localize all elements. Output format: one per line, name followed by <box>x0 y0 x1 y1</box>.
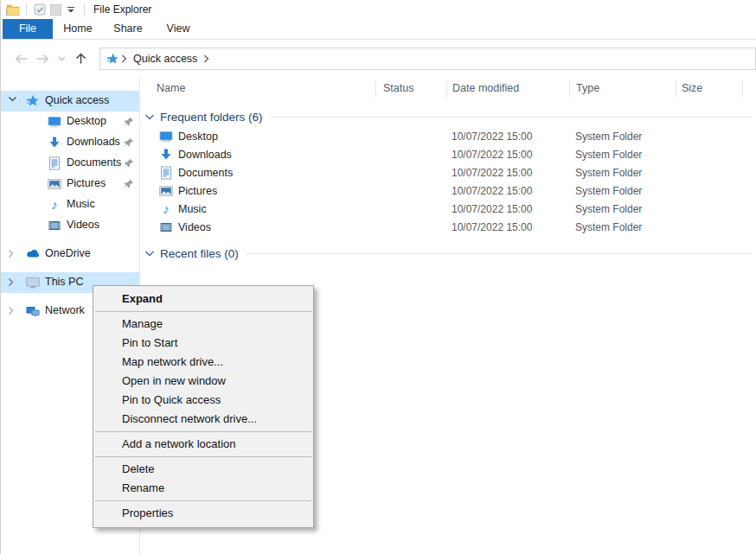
up-icon[interactable] <box>68 52 93 65</box>
column-header-name[interactable]: Name <box>157 82 185 94</box>
context-menu-item-rename[interactable]: Rename <box>93 479 313 498</box>
file-name: Music <box>178 203 207 215</box>
back-icon[interactable] <box>10 53 32 65</box>
group-header-frequent-folders[interactable]: Frequent folders (6) <box>144 109 753 124</box>
file-row-music[interactable]: ♪ Music 10/07/2022 15:00 System Folder <box>140 201 756 219</box>
sidebar-item-label: OneDrive <box>45 247 91 259</box>
tab-file[interactable]: File <box>3 19 53 39</box>
this-pc-monitor-icon <box>26 276 40 290</box>
sidebar-item-music[interactable]: ♪ Music <box>1 194 139 215</box>
file-name: Videos <box>178 221 211 233</box>
pin-icon <box>124 179 134 189</box>
blank-icon[interactable] <box>48 2 63 17</box>
tab-view[interactable]: View <box>153 19 203 39</box>
context-menu-item-pin-to-quick-access[interactable]: Pin to Quick access <box>93 391 313 410</box>
sidebar-item-label: Pictures <box>67 177 106 189</box>
column-divider[interactable] <box>742 81 743 97</box>
column-divider[interactable] <box>375 81 376 97</box>
documents-icon <box>159 166 173 180</box>
tab-share[interactable]: Share <box>103 19 153 39</box>
context-menu-item-open-in-new-window[interactable]: Open in new window <box>93 372 313 391</box>
properties-check-icon[interactable] <box>32 2 48 17</box>
music-note-icon: ♪ <box>48 198 61 212</box>
music-note-icon: ♪ <box>159 202 173 216</box>
ribbon-tab-bar: File Home Share View <box>1 19 756 40</box>
file-row-downloads[interactable]: Downloads 10/07/2022 15:00 System Folder <box>140 146 756 164</box>
file-date-modified: 10/07/2022 15:00 <box>452 149 532 161</box>
column-divider[interactable] <box>446 81 447 97</box>
column-header-status[interactable]: Status <box>383 82 413 94</box>
chevron-right-icon[interactable] <box>8 249 15 258</box>
desktop-icon <box>48 115 61 129</box>
file-name: Downloads <box>178 149 232 161</box>
file-type: System Folder <box>575 203 642 215</box>
breadcrumb-chevron-icon[interactable] <box>203 54 209 63</box>
pin-icon <box>124 117 134 127</box>
chevron-right-icon[interactable] <box>8 306 15 315</box>
quick-access-star-icon <box>106 53 119 65</box>
file-name: Desktop <box>178 131 218 143</box>
file-explorer-icon[interactable] <box>5 2 21 17</box>
file-type: System Folder <box>575 167 642 179</box>
window-title: File Explorer <box>93 3 151 16</box>
sidebar-item-pictures[interactable]: Pictures <box>1 174 139 194</box>
file-type: System Folder <box>575 149 642 161</box>
group-header-recent-files[interactable]: Recent files (0) <box>144 245 753 261</box>
sidebar-item-desktop[interactable]: Desktop <box>1 111 139 132</box>
column-header-size[interactable]: Size <box>682 82 702 94</box>
breadcrumb-location[interactable]: Quick access <box>133 53 197 65</box>
sidebar-item-videos[interactable]: Videos <box>1 215 139 236</box>
group-title: Frequent folders (6) <box>160 111 263 124</box>
column-divider[interactable] <box>676 81 676 97</box>
file-date-modified: 10/07/2022 15:00 <box>452 203 532 215</box>
context-menu-item-delete[interactable]: Delete <box>93 460 313 479</box>
column-divider[interactable] <box>569 81 570 97</box>
chevron-down-icon[interactable] <box>144 250 155 258</box>
sidebar-item-label: Desktop <box>67 115 106 127</box>
context-menu-item-properties[interactable]: Properties <box>93 504 313 523</box>
chevron-down-icon[interactable] <box>8 96 17 103</box>
context-menu-item-manage[interactable]: Manage <box>93 315 313 334</box>
menu-separator <box>95 431 311 432</box>
group-rule <box>270 117 753 118</box>
breadcrumb-chevron-icon[interactable] <box>121 54 127 63</box>
sidebar-item-label: Network <box>45 304 85 316</box>
file-explorer-window: File Explorer File Home Share View <box>0 0 756 554</box>
pictures-icon <box>159 184 173 198</box>
context-menu-item-expand[interactable]: Expand <box>93 290 313 309</box>
file-type: System Folder <box>575 221 642 233</box>
file-row-desktop[interactable]: Desktop 10/07/2022 15:00 System Folder <box>140 128 756 146</box>
recent-locations-chevron-icon[interactable] <box>54 56 68 61</box>
column-header-type[interactable]: Type <box>576 82 599 94</box>
address-bar[interactable]: Quick access <box>99 48 756 70</box>
context-menu: Expand Manage Pin to Start Map network d… <box>93 285 314 528</box>
context-menu-item-disconnect-network-drive[interactable]: Disconnect network drive... <box>93 410 313 429</box>
customize-quick-access-toolbar-icon[interactable] <box>63 2 79 17</box>
sidebar-item-label: Quick access <box>45 94 109 106</box>
sidebar-item-onedrive[interactable]: OneDrive <box>1 244 139 264</box>
documents-icon <box>48 156 61 170</box>
context-menu-item-map-network-drive[interactable]: Map network drive... <box>93 353 313 372</box>
tab-home[interactable]: Home <box>53 19 103 39</box>
pictures-icon <box>48 177 61 191</box>
menu-separator <box>95 456 311 457</box>
file-row-videos[interactable]: Videos 10/07/2022 15:00 System Folder <box>140 219 756 237</box>
forward-icon[interactable] <box>32 53 54 65</box>
frequent-folders-list: Desktop 10/07/2022 15:00 System Folder D… <box>140 128 756 237</box>
file-row-pictures[interactable]: Pictures 10/07/2022 15:00 System Folder <box>140 182 756 201</box>
menu-separator <box>95 311 311 312</box>
chevron-down-icon[interactable] <box>144 113 155 121</box>
network-icon <box>26 304 40 318</box>
toolbar-separator <box>26 3 27 16</box>
chevron-right-icon[interactable] <box>8 277 15 287</box>
file-date-modified: 10/07/2022 15:00 <box>452 131 532 143</box>
context-menu-item-pin-to-start[interactable]: Pin to Start <box>93 334 313 353</box>
sidebar-item-quick-access[interactable]: Quick access <box>1 91 139 111</box>
context-menu-item-add-a-network-location[interactable]: Add a network location <box>93 435 313 454</box>
sidebar-item-downloads[interactable]: Downloads <box>1 132 139 153</box>
column-header-date-modified[interactable]: Date modified <box>452 82 519 94</box>
file-name: Pictures <box>178 185 217 197</box>
videos-film-icon <box>159 220 173 234</box>
sidebar-item-documents[interactable]: Documents <box>1 153 139 174</box>
file-row-documents[interactable]: Documents 10/07/2022 15:00 System Folder <box>140 164 756 182</box>
